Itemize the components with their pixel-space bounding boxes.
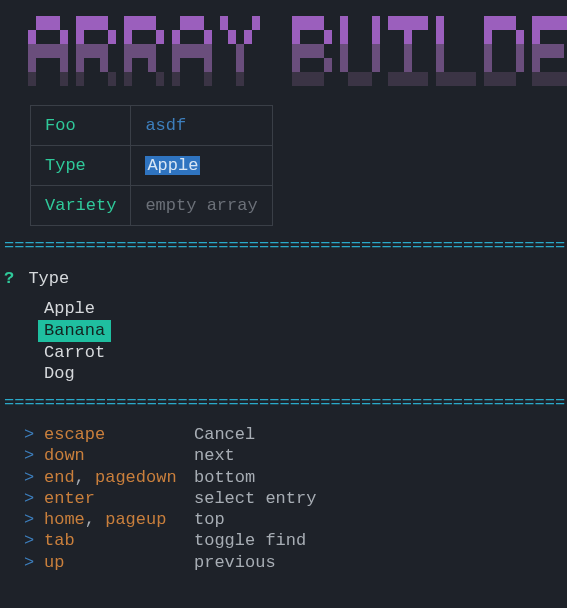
prompt-marker-icon: ? — [4, 269, 14, 288]
chevron-right-icon: > — [24, 552, 44, 573]
legend-row: >escapeCancel — [24, 424, 567, 445]
legend-keys: tab — [44, 530, 194, 551]
legend-row: >home, pageuptop — [24, 509, 567, 530]
legend-desc: top — [194, 509, 225, 530]
table-value: asdf — [131, 106, 272, 146]
prompt-label: Type — [28, 269, 69, 288]
table-value: empty array — [131, 186, 272, 226]
legend-desc: bottom — [194, 467, 255, 488]
legend-keys: escape — [44, 424, 194, 445]
chevron-right-icon: > — [24, 424, 44, 445]
prompt: ? Type — [0, 257, 567, 298]
table-row: TypeApple — [31, 146, 273, 186]
title-pixel-art — [28, 16, 567, 86]
table-key: Type — [31, 146, 131, 186]
table-key: Variety — [31, 186, 131, 226]
legend-row: >upprevious — [24, 552, 567, 573]
legend-desc: Cancel — [194, 424, 255, 445]
table-row: Fooasdf — [31, 106, 273, 146]
legend-desc: select entry — [194, 488, 316, 509]
table-key: Foo — [31, 106, 131, 146]
table-value: Apple — [131, 146, 272, 186]
chevron-right-icon: > — [24, 488, 44, 509]
options-list[interactable]: AppleBananaCarrotDog — [0, 298, 567, 391]
properties-table: FooasdfTypeAppleVarietyempty array — [30, 105, 273, 226]
chevron-right-icon: > — [24, 509, 44, 530]
legend-row: >enterselect entry — [24, 488, 567, 509]
legend-keys: down — [44, 445, 194, 466]
divider-bottom: ========================================… — [0, 393, 567, 412]
legend-keys: home, pageup — [44, 509, 194, 530]
option-item[interactable]: Carrot — [44, 342, 567, 364]
option-item[interactable]: Apple — [44, 298, 567, 320]
option-item[interactable]: Banana — [38, 320, 111, 342]
divider-top: ========================================… — [0, 236, 567, 255]
option-item[interactable]: Dog — [44, 363, 567, 385]
legend-row: >downnext — [24, 445, 567, 466]
table-row: Varietyempty array — [31, 186, 273, 226]
legend-desc: next — [194, 445, 235, 466]
key-legend: >escapeCancel>downnext>end, pagedownbott… — [0, 414, 567, 573]
app-title — [0, 0, 567, 99]
legend-desc: previous — [194, 552, 276, 573]
chevron-right-icon: > — [24, 467, 44, 488]
legend-desc: toggle find — [194, 530, 306, 551]
legend-keys: end, pagedown — [44, 467, 194, 488]
legend-row: >tabtoggle find — [24, 530, 567, 551]
chevron-right-icon: > — [24, 530, 44, 551]
chevron-right-icon: > — [24, 445, 44, 466]
legend-keys: up — [44, 552, 194, 573]
legend-keys: enter — [44, 488, 194, 509]
legend-row: >end, pagedownbottom — [24, 467, 567, 488]
